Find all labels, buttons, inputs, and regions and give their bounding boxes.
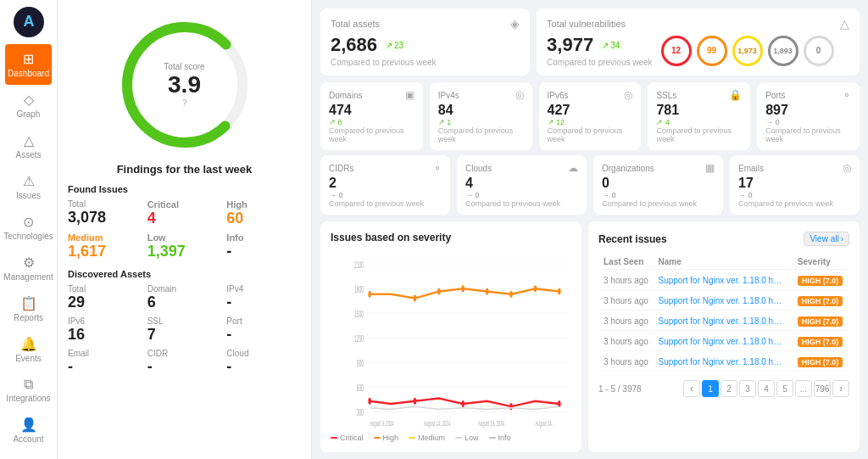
- chart-card: Issues based on severity 2100 1800 1500 …: [320, 221, 581, 452]
- score-help[interactable]: ?: [164, 98, 204, 108]
- svg-point-19: [414, 295, 417, 302]
- right-panel: Total assets ◈ 2,686 ↗ 23 Compared to pr…: [312, 0, 868, 459]
- recent-issues-header: Recent issues View all ›: [598, 232, 849, 246]
- found-issues-grid: Total 3,078 Critical 4 High 60 Medium 1,…: [68, 199, 301, 260]
- clouds-sub: Compared to previous week: [465, 199, 578, 208]
- page-btn-2[interactable]: 2: [721, 380, 737, 397]
- cidrs-change: → 0: [329, 191, 442, 199]
- svg-point-20: [437, 288, 441, 294]
- issue-link[interactable]: Support for Nginx ver. 1.18.0 has ended: [658, 316, 785, 326]
- orgs-title: Organizations: [602, 164, 654, 173]
- domains-title: Domains: [329, 91, 362, 100]
- sidebar-item-graph[interactable]: ◇ Graph: [0, 85, 57, 126]
- table-row: 3 hours ago Support for Nginx ver. 1.18.…: [600, 353, 848, 372]
- cidrs-icon: ⚬: [433, 162, 442, 174]
- cell-severity: HIGH (7.0): [794, 271, 848, 290]
- emails-title: Emails: [738, 164, 764, 173]
- clouds-value: 4: [465, 176, 578, 191]
- page-range: 1 - 5 / 3978: [598, 384, 642, 394]
- total-vulns-title: Total vulnerabilities: [547, 19, 626, 29]
- table-row: 3 hours ago Support for Nginx ver. 1.18.…: [600, 271, 848, 290]
- svg-text:2100: 2100: [354, 260, 364, 271]
- asset-domain: Domain 6: [147, 284, 222, 311]
- ipv6s-title: IPv6s: [548, 91, 569, 100]
- sidebar-item-assets[interactable]: △ Assets: [0, 126, 57, 166]
- discovered-assets-label: Discovered Assets: [68, 269, 301, 279]
- severity-badge: HIGH (7.0): [798, 337, 843, 347]
- cell-last-seen: 3 hours ago: [600, 353, 653, 372]
- ssls-change: ↗ 4: [656, 118, 742, 126]
- emails-change: → 0: [738, 191, 851, 199]
- total-vulns-card: Total vulnerabilities △ 3,977 ↗ 34 Compa…: [537, 8, 860, 76]
- recent-issues-title: Recent issues: [598, 233, 667, 245]
- sidebar-item-dashboard[interactable]: ⊞ Dashboard: [5, 44, 52, 85]
- issue-info: Info -: [226, 232, 301, 260]
- reports-icon: 📋: [20, 295, 37, 311]
- next-page-button[interactable]: ›: [832, 380, 849, 397]
- ssls-icon: 🔒: [729, 89, 742, 101]
- page-btn-ellipsis: ...: [795, 380, 812, 397]
- score-value: 3.9: [164, 71, 204, 98]
- sidebar-item-account[interactable]: 👤 Account: [0, 410, 57, 451]
- page-btn-1[interactable]: 1: [702, 380, 719, 397]
- clouds-icon: ☁: [568, 162, 578, 174]
- issue-low: Low 1,397: [147, 232, 222, 260]
- sidebar-item-management[interactable]: ⚙ Management: [0, 248, 57, 288]
- recent-issues-card: Recent issues View all › Last Seen Name …: [588, 221, 860, 452]
- prev-page-button[interactable]: ‹: [683, 380, 700, 397]
- vuln-badge-low: 1,893: [768, 36, 798, 66]
- domains-card: Domains ▣ 474 ↗ 6 Compared to previous w…: [320, 82, 423, 150]
- table-row: 3 hours ago Support for Nginx ver. 1.18.…: [600, 333, 848, 351]
- legend-info: Info: [489, 434, 511, 442]
- page-btn-5[interactable]: 5: [776, 380, 793, 397]
- svg-text:August 9, 2024: August 9, 2024: [370, 418, 394, 428]
- issue-link[interactable]: Support for Nginx ver. 1.18.0 has ended: [658, 296, 785, 305]
- sidebar-item-technologies[interactable]: ⊙ Technologies: [0, 207, 57, 248]
- findings-title: Findings for the last week: [68, 163, 301, 176]
- issue-link[interactable]: Support for Nginx ver. 1.18.0 has ended: [658, 276, 785, 285]
- total-vulns-value: 3,977: [547, 34, 593, 56]
- issue-link[interactable]: Support for Nginx ver. 1.18.0 has ended: [658, 337, 785, 346]
- page-btn-3[interactable]: 3: [739, 380, 756, 397]
- asset-total: Total 29: [68, 284, 142, 311]
- view-all-button[interactable]: View all ›: [804, 232, 849, 246]
- sidebar-item-integrations[interactable]: ⧉ Integrations: [0, 370, 57, 410]
- svg-point-26: [368, 398, 371, 405]
- page-btn-4[interactable]: 4: [758, 380, 775, 397]
- stats-top-row: Total assets ◈ 2,686 ↗ 23 Compared to pr…: [312, 0, 868, 76]
- domains-change: ↗ 6: [329, 118, 415, 126]
- asset-port: Port -: [226, 316, 301, 344]
- issue-link[interactable]: Support for Nginx ver. 1.18.0 has ended: [658, 357, 785, 367]
- asset-ipv6: IPv6 16: [68, 316, 142, 344]
- issue-medium: Medium 1,617: [68, 232, 142, 260]
- total-vulns-change: ↗ 34: [598, 40, 623, 51]
- emails-icon: ◎: [843, 162, 851, 174]
- svg-text:August 14, 2024: August 14, 2024: [424, 418, 450, 428]
- assets-card-icon: ◈: [510, 17, 520, 31]
- issue-high: High 60: [226, 199, 301, 227]
- cell-name: Support for Nginx ver. 1.18.0 has ended: [654, 292, 792, 311]
- page-btn-last[interactable]: 796: [814, 380, 831, 397]
- sidebar-item-reports[interactable]: 📋 Reports: [0, 288, 57, 329]
- severity-badge: HIGH (7.0): [798, 276, 843, 286]
- ports-value: 897: [765, 103, 851, 118]
- sidebar-item-events[interactable]: 🔔 Events: [0, 329, 57, 370]
- management-icon: ⚙: [23, 255, 35, 271]
- clouds-card: Clouds ☁ 4 → 0 Compared to previous week: [457, 155, 587, 215]
- domains-sub: Compared to previous week: [329, 126, 415, 143]
- table-row: 3 hours ago Support for Nginx ver. 1.18.…: [600, 292, 848, 311]
- cidrs-sub: Compared to previous week: [329, 199, 442, 208]
- emails-sub: Compared to previous week: [738, 199, 851, 208]
- page-buttons: ‹ 1 2 3 4 5 ... 796 ›: [683, 380, 849, 397]
- col-last-seen: Last Seen: [600, 255, 653, 270]
- app-logo[interactable]: A: [14, 7, 44, 37]
- vuln-badge-info: 0: [804, 36, 834, 66]
- asset-email: Email -: [68, 349, 142, 376]
- domains-value: 474: [329, 103, 415, 118]
- ipv6s-value: 427: [548, 103, 633, 118]
- account-icon: 👤: [20, 417, 37, 433]
- severity-badge: HIGH (7.0): [798, 357, 843, 367]
- cell-name: Support for Nginx ver. 1.18.0 has ended: [654, 271, 792, 290]
- sidebar-item-issues[interactable]: ⚠ Issues: [0, 166, 57, 207]
- cell-severity: HIGH (7.0): [794, 333, 848, 351]
